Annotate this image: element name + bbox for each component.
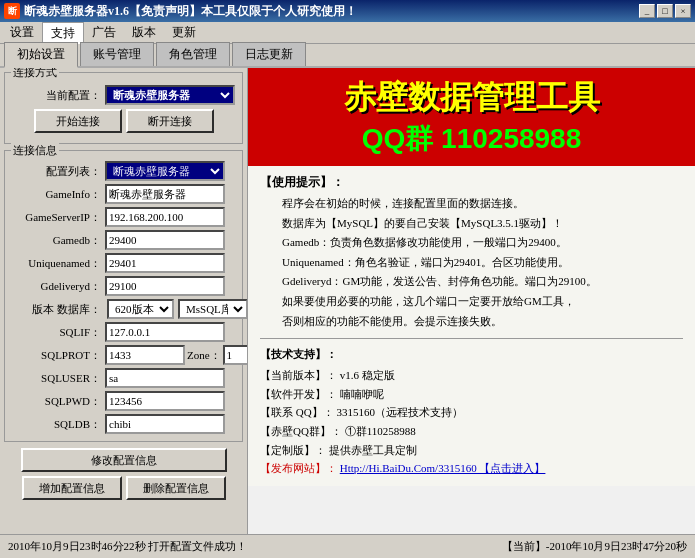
add-config-button[interactable]: 增加配置信息 (22, 476, 122, 500)
support-label-1: 【软件开发】： (260, 388, 337, 400)
config-list-label: 配置列表： (11, 164, 101, 179)
support-value-5[interactable]: Http://Hi.BaiDu.Com/3315160 【点击进入】 (340, 462, 546, 474)
status-right: 【当前】-2010年10月9日23时47分20秒 (502, 539, 687, 554)
start-connect-button[interactable]: 开始连接 (34, 109, 122, 133)
config-select[interactable]: 断魂赤壁服务器 (105, 85, 235, 105)
tips-section: 【使用提示】： 程序会在初始的时候，连接配置里面的数据连接。 数据库为【MySQ… (260, 174, 683, 330)
right-header: 赤壁数据管理工具 QQ群 110258988 (248, 68, 695, 166)
gameserverip-input[interactable] (105, 207, 225, 227)
sqldb-row: SQLDB： (11, 414, 236, 434)
config-list-row: 配置列表： 断魂赤壁服务器 (11, 161, 236, 181)
current-config-label: 当前配置： (11, 88, 101, 103)
disconnect-button[interactable]: 断开连接 (126, 109, 214, 133)
menu-settings[interactable]: 设置 (2, 22, 42, 43)
gamedb-input[interactable] (105, 230, 225, 250)
zone-input[interactable] (223, 345, 248, 365)
minimize-button[interactable]: _ (639, 4, 655, 18)
menu-version[interactable]: 版本 (124, 22, 164, 43)
status-left: 2010年10月9日23时46分22秒 打开配置文件成功！ (8, 539, 247, 554)
uniquenamed-label: Uniquenamed： (11, 256, 101, 271)
support-value-2: 3315160（远程技术支持） (336, 406, 463, 418)
sqlprot-input[interactable] (105, 345, 185, 365)
sqlpwd-row: SQLPWD： (11, 391, 236, 411)
menu-update[interactable]: 更新 (164, 22, 204, 43)
gamedb-row: Gamedb： (11, 230, 236, 250)
modify-config-button[interactable]: 修改配置信息 (21, 448, 227, 472)
sqldb-input[interactable] (105, 414, 225, 434)
support-value-1: 喃喃咿呢 (340, 388, 384, 400)
menu-bar: 设置 支持 广告 版本 更新 (0, 22, 695, 44)
tip-1: 数据库为【MySQL】的要自己安装【MySQL3.5.1驱动】！ (260, 215, 683, 233)
action-buttons: 修改配置信息 增加配置信息 删除配置信息 (4, 448, 243, 500)
tip-2: Gamedb：负责角色数据修改功能使用，一般端口为29400。 (260, 234, 683, 252)
menu-ads[interactable]: 广告 (84, 22, 124, 43)
tip-0: 程序会在初始的时候，连接配置里面的数据连接。 (260, 195, 683, 213)
support-value-0: v1.6 稳定版 (340, 369, 395, 381)
support-label-5: 【发布网站】： (260, 462, 337, 474)
close-button[interactable]: × (675, 4, 691, 18)
tip-4: Gdeliveryd：GM功能，发送公告、封停角色功能。端口为29100。 (260, 273, 683, 291)
tip-3: Uniquenamed：角色名验证，端口为29401。合区功能使用。 (260, 254, 683, 272)
delete-config-button[interactable]: 删除配置信息 (126, 476, 226, 500)
sqluser-input[interactable] (105, 368, 225, 388)
sqlif-row: SQLIF： (11, 322, 236, 342)
gameinfo-row: GameInfo： (11, 184, 236, 204)
sqluser-label: SQLUSER： (11, 371, 101, 386)
menu-support[interactable]: 支持 (42, 22, 84, 44)
current-config-row: 当前配置： 断魂赤壁服务器 (11, 85, 236, 105)
tab-initial-settings[interactable]: 初始设置 (4, 42, 78, 68)
modify-row: 修改配置信息 (4, 448, 243, 472)
support-row-1: 【软件开发】： 喃喃咿呢 (260, 385, 683, 404)
connect-buttons: 开始连接 断开连接 (11, 109, 236, 133)
tips-title: 【使用提示】： (260, 174, 683, 191)
left-panel: 连接方式 当前配置： 断魂赤壁服务器 开始连接 断开连接 连接信息 配置列表： … (0, 68, 248, 534)
gamedb-label: Gamedb： (11, 233, 101, 248)
title-bar-left: 断 断魂赤壁服务器v1.6【免责声明】本工具仅限于个人研究使用！ (4, 3, 357, 20)
sqldb-label: SQLDB： (11, 417, 101, 432)
connection-mode-group: 连接方式 当前配置： 断魂赤壁服务器 开始连接 断开连接 (4, 72, 243, 144)
main-content: 连接方式 当前配置： 断魂赤壁服务器 开始连接 断开连接 连接信息 配置列表： … (0, 68, 695, 534)
add-delete-row: 增加配置信息 删除配置信息 (4, 476, 243, 500)
uniquenamed-input[interactable] (105, 253, 225, 273)
connection-mode-title: 连接方式 (11, 68, 59, 80)
header-title: 赤壁数据管理工具 (264, 76, 679, 120)
gameserverip-row: GameServerIP： (11, 207, 236, 227)
db-type-select[interactable]: MsSQL库 (178, 299, 248, 319)
right-panel: 赤壁数据管理工具 QQ群 110258988 【使用提示】： 程序会在初始的时候… (248, 68, 695, 534)
support-label-2: 【联系 QQ】： (260, 406, 334, 418)
support-row-4: 【定制版】： 提供赤壁工具定制 (260, 441, 683, 460)
status-bar: 2010年10月9日23时46分22秒 打开配置文件成功！ 【当前】-2010年… (0, 534, 695, 558)
app-icon: 断 (4, 3, 20, 19)
gdeliveryd-row: Gdeliveryd： (11, 276, 236, 296)
tab-role-management[interactable]: 角色管理 (156, 42, 230, 66)
gameserverip-label: GameServerIP： (11, 210, 101, 225)
sqluser-row: SQLUSER： (11, 368, 236, 388)
header-qq: QQ群 110258988 (264, 120, 679, 158)
support-row-2: 【联系 QQ】： 3315160（远程技术支持） (260, 403, 683, 422)
maximize-button[interactable]: □ (657, 4, 673, 18)
sqlif-input[interactable] (105, 322, 225, 342)
sqlpwd-label: SQLPWD： (11, 394, 101, 409)
tab-log-update[interactable]: 日志更新 (232, 42, 306, 66)
tip-5: 如果要使用必要的功能，这几个端口一定要开放给GM工具， (260, 293, 683, 311)
support-row-5: 【发布网站】： Http://Hi.BaiDu.Com/3315160 【点击进… (260, 459, 683, 478)
support-row-3: 【赤壁QQ群】： ①群110258988 (260, 422, 683, 441)
gdeliveryd-input[interactable] (105, 276, 225, 296)
sqlpwd-input[interactable] (105, 391, 225, 411)
tip-6: 否则相应的功能不能使用。会提示连接失败。 (260, 313, 683, 331)
connection-info-title: 连接信息 (11, 143, 59, 158)
gameinfo-input[interactable] (105, 184, 225, 204)
tab-account-management[interactable]: 账号管理 (80, 42, 154, 66)
support-row-0: 【当前版本】： v1.6 稳定版 (260, 366, 683, 385)
gameinfo-label: GameInfo： (11, 187, 101, 202)
title-bar: 断 断魂赤壁服务器v1.6【免责声明】本工具仅限于个人研究使用！ _ □ × (0, 0, 695, 22)
uniquenamed-row: Uniquenamed： (11, 253, 236, 273)
support-value-4: 提供赤壁工具定制 (329, 444, 417, 456)
title-controls: _ □ × (639, 4, 691, 18)
support-label-0: 【当前版本】： (260, 369, 337, 381)
support-title: 【技术支持】： (260, 345, 683, 364)
config-list-select[interactable]: 断魂赤壁服务器 (105, 161, 225, 181)
version-select[interactable]: 620版本 (107, 299, 174, 319)
sqlprot-label: SQLPROT： (11, 348, 101, 363)
support-label-3: 【赤壁QQ群】： (260, 425, 342, 437)
